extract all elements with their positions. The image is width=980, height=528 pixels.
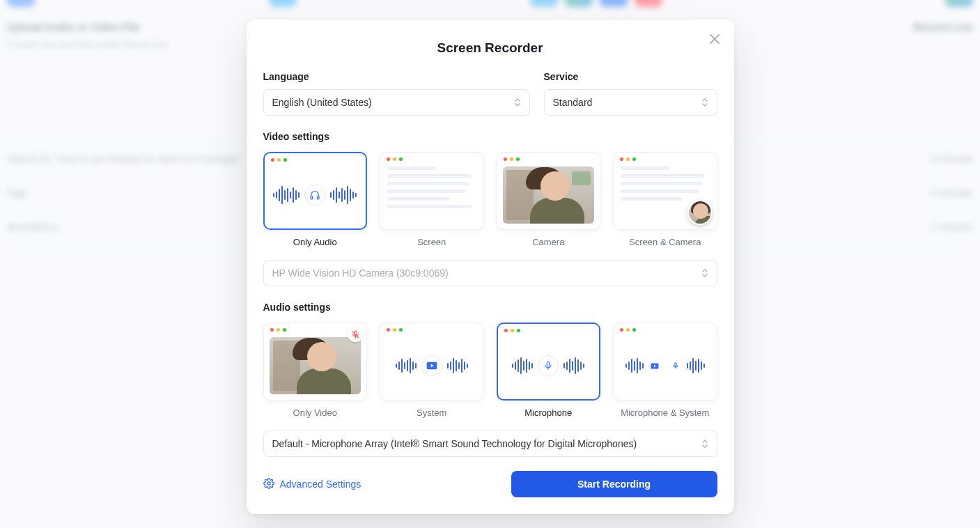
video-settings-label: Video settings [263, 131, 717, 142]
headphones-icon [304, 185, 325, 205]
advanced-settings-link[interactable]: Advanced Settings [263, 478, 361, 491]
option-label: Microphone & System [621, 407, 709, 418]
microphone-device-select[interactable]: Default - Microphone Array (Intel® Smart… [263, 430, 717, 457]
screen-play-icon [647, 358, 662, 373]
person-graphic [297, 342, 347, 394]
person-graphic [530, 171, 580, 224]
option-label: System [417, 407, 446, 418]
svg-rect-1 [318, 196, 320, 199]
mic-muted-icon [348, 327, 363, 342]
caret-icon [701, 268, 708, 278]
language-select[interactable]: English (United States) [263, 89, 530, 116]
video-option-screen[interactable] [380, 152, 484, 230]
option-label: Only Video [293, 407, 337, 418]
option-label: Microphone [524, 407, 572, 418]
video-option-only-audio[interactable] [263, 152, 368, 230]
camera-device-select[interactable]: HP Wide Vision HD Camera (30c9:0069) [263, 260, 717, 286]
option-label: Screen [417, 237, 446, 247]
screen-recorder-modal: Screen Recorder Language English (United… [247, 20, 734, 514]
pip-avatar [687, 200, 713, 225]
audio-settings-label: Audio settings [263, 302, 717, 313]
video-option-screen-camera[interactable] [613, 152, 717, 230]
service-select[interactable]: Standard [544, 89, 717, 116]
start-recording-button[interactable]: Start Recording [511, 471, 717, 497]
screen-play-icon [421, 355, 442, 376]
caret-icon [701, 439, 708, 449]
language-label: Language [263, 71, 530, 82]
microphone-icon [668, 358, 683, 373]
close-button[interactable] [706, 31, 723, 47]
svg-rect-0 [311, 196, 313, 199]
gear-icon [263, 478, 274, 491]
svg-point-8 [267, 482, 270, 485]
service-label: Service [544, 71, 717, 82]
caret-icon [514, 98, 521, 107]
video-option-camera[interactable] [497, 152, 601, 230]
option-label: Only Audio [293, 237, 337, 247]
modal-title: Screen Recorder [263, 40, 717, 56]
audio-option-mic-system[interactable] [613, 323, 717, 401]
audio-option-microphone[interactable] [497, 323, 601, 401]
caret-icon [701, 98, 708, 107]
audio-option-only-video[interactable] [263, 323, 368, 401]
option-label: Camera [532, 237, 564, 247]
microphone-icon [538, 355, 559, 376]
audio-option-system[interactable] [380, 323, 484, 401]
option-label: Screen & Camera [629, 237, 701, 247]
modal-overlay: Screen Recorder Language English (United… [0, 0, 980, 528]
